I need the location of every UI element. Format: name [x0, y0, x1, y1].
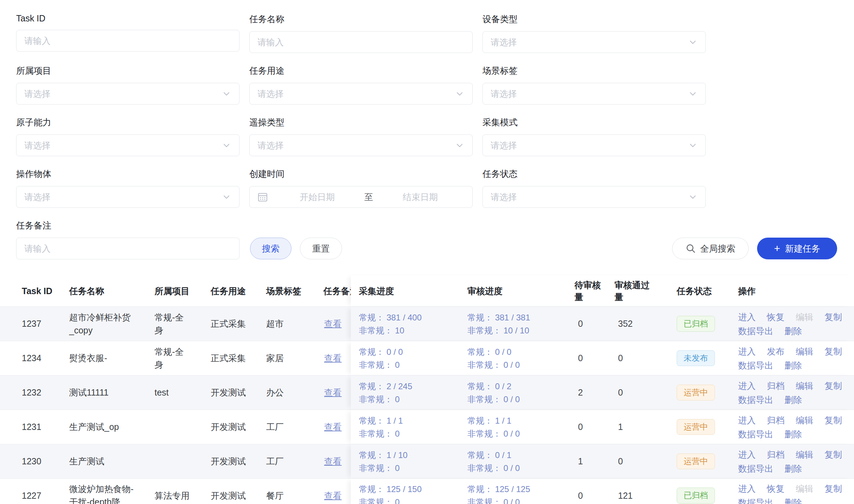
device-type-select[interactable]: 请选择: [482, 31, 706, 53]
cell-collect-progress-regular[interactable]: 常规： 2 / 245: [359, 380, 463, 393]
new-task-button[interactable]: + 新建任务: [757, 238, 837, 259]
action-link[interactable]: 数据导出: [738, 324, 773, 338]
action-link[interactable]: 复制: [825, 344, 842, 358]
action-link[interactable]: 编辑: [796, 413, 813, 427]
scene-tag-placeholder: 请选择: [491, 88, 517, 100]
action-link[interactable]: 数据导出: [738, 393, 773, 407]
cell-review-progress-irregular[interactable]: 非常规： 0 / 0: [467, 427, 570, 440]
action-link[interactable]: 复制: [825, 413, 842, 427]
reset-button[interactable]: 重置: [300, 238, 342, 259]
view-remark-link[interactable]: 查看: [323, 491, 342, 500]
project-select[interactable]: 请选择: [16, 83, 239, 105]
action-link[interactable]: 复制: [825, 379, 842, 393]
action-link[interactable]: 删除: [784, 427, 802, 441]
cell-review-progress-irregular[interactable]: 非常规： 0 / 0: [467, 358, 570, 371]
action-link[interactable]: 编辑: [796, 447, 813, 462]
action-link[interactable]: 编辑: [796, 344, 813, 358]
cell-review-progress-regular[interactable]: 常规： 0 / 2: [467, 380, 570, 393]
view-remark-link[interactable]: 查看: [323, 353, 342, 363]
cell-collect-progress-irregular[interactable]: 非常规： 0: [359, 358, 463, 371]
task-purpose-select[interactable]: 请选择: [249, 83, 473, 105]
action-link[interactable]: 进入: [738, 447, 756, 462]
action-link[interactable]: 数据导出: [738, 496, 773, 504]
view-remark-link[interactable]: 查看: [323, 422, 342, 432]
action-link[interactable]: 恢复: [767, 310, 784, 324]
teleop-type-select[interactable]: 请选择: [249, 134, 473, 156]
action-link[interactable]: 删除: [784, 462, 802, 476]
action-link[interactable]: 数据导出: [738, 358, 773, 372]
view-remark-link[interactable]: 查看: [323, 456, 342, 466]
cell-collect-progress-regular[interactable]: 常规： 1 / 10: [359, 449, 463, 462]
collect-mode-select[interactable]: 请选择: [482, 134, 706, 156]
cell-collect-progress-irregular[interactable]: 非常规： 0: [359, 462, 463, 475]
filter-form: Task ID任务名称设备类型请选择所属项目请选择任务用途请选择场景标签请选择原…: [0, 0, 854, 259]
cell-pending-count: 2: [574, 387, 615, 398]
action-link[interactable]: 删除: [784, 358, 802, 372]
filter-field-task-id: Task ID: [16, 13, 239, 53]
cell-pending-count: 0: [574, 422, 615, 432]
col-status: 任务状态: [672, 285, 738, 297]
action-link[interactable]: 删除: [784, 393, 802, 407]
cell-review-progress-irregular[interactable]: 非常规： 10 / 10: [467, 324, 570, 337]
table-row-right: 常规： 2 / 245非常规： 0常规： 0 / 2非常规： 0 / 020运营…: [351, 376, 854, 410]
cell-scene: 办公: [266, 387, 323, 398]
action-link[interactable]: 进入: [738, 482, 756, 496]
action-link[interactable]: 复制: [825, 447, 842, 462]
cell-review-progress-irregular[interactable]: 非常规： 0 / 0: [467, 462, 570, 475]
action-link[interactable]: 进入: [738, 344, 756, 358]
view-remark-link[interactable]: 查看: [323, 319, 342, 329]
action-link[interactable]: 编辑: [796, 379, 813, 393]
filter-label-task-remark: 任务备注: [16, 220, 239, 231]
cell-operations: 进入归档编辑复制数据导出删除: [738, 379, 854, 407]
global-search-button[interactable]: 全局搜索: [672, 238, 749, 259]
cell-review-progress-irregular[interactable]: 非常规： 0 / 0: [467, 496, 570, 504]
cell-collect-progress-irregular[interactable]: 非常规： 0: [359, 427, 463, 440]
action-link[interactable]: 进入: [738, 379, 756, 393]
scene-tag-select[interactable]: 请选择: [482, 83, 706, 105]
cell-review-progress-regular[interactable]: 常规： 381 / 381: [467, 311, 570, 324]
action-link[interactable]: 数据导出: [738, 427, 773, 441]
cell-collect-progress-irregular[interactable]: 非常规： 0: [359, 496, 463, 504]
action-link[interactable]: 进入: [738, 413, 756, 427]
view-remark-link[interactable]: 查看: [323, 387, 342, 397]
cell-review-progress-regular[interactable]: 常规： 1 / 1: [467, 414, 570, 427]
cell-review-progress-regular[interactable]: 常规： 0 / 0: [467, 345, 570, 358]
action-link[interactable]: 进入: [738, 310, 756, 324]
cell-review-progress-irregular[interactable]: 非常规： 0 / 0: [467, 393, 570, 406]
action-link[interactable]: 归档: [767, 413, 784, 427]
task-status-select[interactable]: 请选择: [482, 186, 706, 208]
action-link[interactable]: 删除: [784, 324, 802, 338]
filter-field-task-name: 任务名称: [249, 13, 473, 53]
create-time-range-picker[interactable]: 开始日期至结束日期: [249, 186, 473, 208]
cell-collect-progress-regular[interactable]: 常规： 125 / 150: [359, 483, 463, 496]
task-name-input[interactable]: [257, 37, 465, 47]
cell-approved-count: 0: [615, 387, 672, 398]
cell-status: 运营中: [672, 419, 738, 435]
cell-collect-progress-irregular[interactable]: 非常规： 10: [359, 324, 463, 337]
cell-collect-progress-irregular[interactable]: 非常规： 0: [359, 393, 463, 406]
chevron-down-icon: [222, 140, 231, 150]
task-id-input[interactable]: [24, 36, 231, 46]
cell-review-progress-regular[interactable]: 常规： 125 / 125: [467, 483, 570, 496]
task-remark-input[interactable]: [24, 244, 231, 254]
action-link[interactable]: 复制: [825, 482, 842, 496]
action-link[interactable]: 恢复: [767, 482, 784, 496]
action-link[interactable]: 数据导出: [738, 462, 773, 476]
cell-review-progress-regular[interactable]: 常规： 0 / 1: [467, 449, 570, 462]
cell-collect-progress-regular[interactable]: 常规： 1 / 1: [359, 414, 463, 427]
cell-project: test: [155, 386, 211, 399]
action-link[interactable]: 归档: [767, 379, 784, 393]
cell-collect-progress-regular[interactable]: 常规： 0 / 0: [359, 345, 463, 358]
cell-operations: 进入发布编辑复制数据导出删除: [738, 344, 854, 372]
action-link[interactable]: 归档: [767, 447, 784, 462]
cell-collect-progress-regular[interactable]: 常规： 381 / 400: [359, 311, 463, 324]
action-link[interactable]: 删除: [784, 496, 802, 504]
action-link[interactable]: 发布: [767, 344, 784, 358]
chevron-down-icon: [688, 140, 698, 150]
table-row: 1231生产测试_op开发测试工厂查看常规： 1 / 1非常规： 0常规： 1 …: [0, 410, 854, 444]
atomic-capability-select[interactable]: 请选择: [16, 134, 239, 156]
operation-object-select[interactable]: 请选择: [16, 186, 239, 208]
task-remark-input-wrap: [16, 238, 239, 259]
search-button[interactable]: 搜索: [250, 238, 291, 259]
action-link[interactable]: 复制: [825, 310, 842, 324]
